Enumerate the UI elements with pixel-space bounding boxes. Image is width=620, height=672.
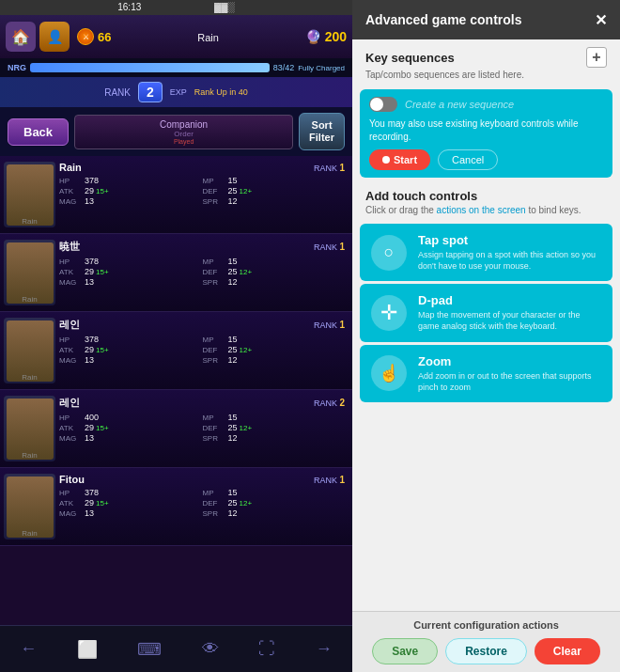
def-value: 25: [228, 498, 238, 508]
def-label: DEF: [203, 187, 226, 195]
atk-stat: ATK 29 15+: [59, 186, 202, 195]
mag-label: MAG: [59, 278, 83, 287]
def-value: 25: [228, 423, 238, 432]
char-avatar-img: Rain: [4, 162, 55, 227]
hp-value: 378: [85, 176, 99, 185]
config-bar: Current configuration actions Save Resto…: [352, 611, 620, 672]
config-buttons: Save Restore Clear: [365, 638, 607, 664]
add-sequence-button[interactable]: +: [586, 47, 607, 68]
advanced-controls-panel: Advanced game controls ✕ Key sequences +…: [352, 0, 620, 672]
mag-stat: MAG 13: [59, 355, 202, 365]
panel-title: Advanced game controls: [365, 12, 522, 27]
hp-label: HP: [59, 414, 83, 422]
spr-stat: SPR 12: [203, 277, 346, 287]
char-avatar-label: Rain: [4, 373, 55, 382]
actions-link[interactable]: actions on the screen: [437, 205, 526, 215]
list-item[interactable]: Rain 레인 RANK 2 HP 400 MP 15 ATK 29 15+: [0, 390, 352, 468]
bottom-nav: ← ⬜ ⌨ 👁 ⛶ →: [0, 625, 352, 672]
home-icon[interactable]: 🏠: [6, 22, 36, 52]
record-top: Create a new sequence: [369, 97, 603, 112]
spr-label: SPR: [203, 356, 226, 365]
atk-bonus: 15+: [96, 187, 109, 195]
char-name: Rain: [59, 162, 82, 173]
atk-stat: ATK 29 15+: [59, 345, 202, 354]
char-info: Rain RANK 1 HP 378 MP 15 ATK 29 15+: [59, 162, 345, 206]
close-button[interactable]: ✕: [595, 11, 607, 29]
list-item[interactable]: Rain Rain RANK 1 HP 378 MP 15 ATK 29 1: [0, 156, 352, 234]
mp-value: 15: [228, 488, 238, 497]
spr-label: SPR: [203, 197, 226, 206]
def-bonus: 12+: [240, 424, 253, 432]
back-button[interactable]: Back: [8, 118, 69, 146]
char-avatar-label: Rain: [4, 529, 55, 538]
char-info: Fitou RANK 1 HP 378 MP 15 ATK 29 15+: [59, 474, 345, 518]
char-avatar-img: Rain: [4, 474, 55, 539]
mag-value: 13: [85, 508, 94, 518]
touch-control-d-pad[interactable]: ✛ D-pad Map the movement of your charact…: [360, 284, 612, 341]
char-info: 레인 RANK 2 HP 400 MP 15 ATK 29 15+ D: [59, 396, 345, 443]
player-avatar-icon[interactable]: 👤: [39, 22, 70, 52]
control-desc: Map the movement of your character or th…: [418, 309, 601, 332]
def-label: DEF: [203, 346, 226, 354]
touch-control-zoom[interactable]: ☝ Zoom Add zoom in or out to the screen …: [360, 345, 612, 402]
key-sequences-title: Key sequences: [365, 51, 455, 65]
record-placeholder[interactable]: Create a new sequence: [405, 99, 514, 110]
next-icon[interactable]: →: [316, 639, 333, 659]
def-bonus: 12+: [240, 499, 253, 508]
char-info: 暁世 RANK 1 HP 378 MP 15 ATK 29 15+ D: [59, 240, 345, 287]
hp-label: HP: [59, 177, 83, 185]
atk-label: ATK: [59, 499, 83, 508]
top-bar-icons: 🏠 👤: [6, 22, 70, 52]
spr-stat: SPR 12: [203, 196, 346, 206]
home-nav-icon[interactable]: ⬜: [77, 639, 98, 660]
def-label: DEF: [203, 268, 226, 276]
def-bonus: 12+: [240, 268, 253, 276]
clear-config-button[interactable]: Clear: [535, 638, 600, 664]
mp-stat: MP 15: [203, 335, 346, 344]
touch-control-tap-spot[interactable]: ○ Tap spot Assign tapping on a spot with…: [360, 224, 612, 281]
mag-stat: MAG 13: [59, 196, 202, 206]
record-hint: You may also use existing keyboard contr…: [369, 117, 603, 144]
atk-bonus: 15+: [96, 424, 109, 432]
nrg-progress: [30, 63, 270, 72]
list-item[interactable]: Rain Fitou RANK 1 HP 378 MP 15 ATK 29: [0, 468, 352, 546]
kbd-icon[interactable]: ⌨: [137, 639, 162, 660]
character-list: Rain Rain RANK 1 HP 378 MP 15 ATK 29 1: [0, 156, 352, 593]
list-item[interactable]: Rain 레인 RANK 1 HP 378 MP 15 ATK 29 15+: [0, 312, 352, 390]
mag-stat: MAG 13: [59, 433, 202, 443]
save-config-button[interactable]: Save: [372, 638, 438, 664]
hp-value: 378: [85, 335, 99, 344]
def-stat: DEF 25 12+: [203, 186, 346, 195]
atk-value: 29: [85, 267, 94, 276]
atk-label: ATK: [59, 187, 83, 195]
char-avatar-img: Rain: [4, 318, 55, 383]
key-sequences-section: Key sequences +: [352, 39, 620, 70]
nrg-label: NRG: [8, 63, 26, 72]
restore-config-button[interactable]: Restore: [445, 638, 527, 664]
expand-icon[interactable]: ⛶: [258, 639, 275, 659]
hp-stat: HP 378: [59, 176, 202, 185]
spr-stat: SPR 12: [203, 355, 346, 365]
cancel-recording-button[interactable]: Cancel: [438, 149, 498, 170]
atk-label: ATK: [59, 346, 83, 354]
back-nav-icon[interactable]: ←: [20, 639, 37, 659]
mag-stat: MAG 13: [59, 508, 202, 518]
game-panel: 16:13 ▓▓░ 🏠 👤 ⚔ 66 Rain 🔮 200 NRG: [0, 0, 352, 672]
sort-filter-button[interactable]: Sort Filter: [299, 113, 345, 150]
atk-bonus: 15+: [96, 499, 109, 508]
list-item[interactable]: Rain 暁世 RANK 1 HP 378 MP 15 ATK 29 15+: [0, 234, 352, 312]
start-recording-button[interactable]: Start: [369, 149, 430, 170]
record-toggle[interactable]: [369, 97, 397, 112]
companion-button[interactable]: Companion Order Played: [74, 115, 293, 149]
def-stat: DEF 25 12+: [203, 423, 346, 432]
eye-icon[interactable]: 👁: [202, 639, 219, 659]
spr-label: SPR: [203, 434, 226, 443]
mag-value: 13: [85, 355, 94, 365]
control-name: Tap spot: [418, 233, 601, 247]
mp-stat: MP 15: [203, 176, 346, 185]
atk-label: ATK: [59, 268, 83, 276]
mp-label: MP: [203, 489, 226, 497]
time-display: 16:13: [117, 2, 141, 12]
player-name: Rain: [197, 32, 219, 43]
char-name: 레인: [59, 318, 80, 332]
